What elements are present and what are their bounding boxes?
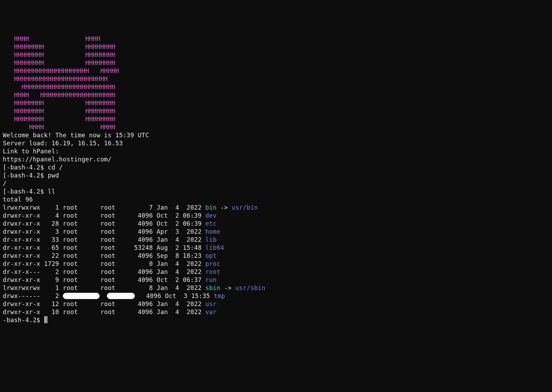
file-owner: root — [63, 228, 100, 235]
ascii-logo-line: HHHHHHHH HHHHHHHH — [3, 107, 549, 115]
file-size: 4096 — [134, 276, 157, 283]
ascii-logo-line: HHHH HHHH — [3, 35, 549, 43]
file-owner: root — [63, 252, 100, 259]
redacted-group — [107, 293, 135, 299]
ll-row: drwxr-xr-x 22 root root 4096 Sep 8 18:23… — [3, 252, 549, 260]
motd-link-url: https://hpanel.hostinger.com/ — [3, 155, 549, 164]
link-count: 65 — [44, 244, 63, 251]
file-permissions: drwxr-xr-x — [3, 212, 44, 219]
ascii-logo-text: HHHH HHHH — [3, 35, 100, 42]
ascii-logo-line: HHHH HHHH — [3, 123, 549, 131]
file-size: 4096 — [134, 212, 157, 219]
link-count: 12 — [44, 300, 63, 307]
file-permissions: drwxr-xr-x — [3, 308, 44, 315]
file-permissions: drwxr-xr-x — [3, 300, 44, 307]
cursor[interactable] — [44, 316, 48, 323]
file-size: 4096 — [134, 220, 157, 227]
symlink-arrow: -> — [220, 284, 235, 291]
ll-row: lrwxrwxrwx 1 root root 8 Jan 4 2022 sbin… — [3, 284, 549, 292]
file-permissions: drwxr-xr-x — [3, 276, 44, 283]
file-owner: root — [63, 260, 100, 267]
ascii-logo-text: HHHHHHHHHHHHHHHHHHHHHHHHH — [3, 84, 115, 90]
file-name: home — [205, 228, 220, 235]
file-date: Jan 4 2022 — [157, 204, 205, 211]
ascii-logo-line: HHHHHHHH HHHHHHHH — [3, 43, 549, 51]
file-date: Apr 3 2022 — [157, 228, 205, 235]
ll-row: dr-xr-xr-x 65 root root 53248 Aug 2 15:4… — [3, 244, 549, 252]
motd-welcome-text: Welcome back! The time now is 15:39 UTC — [3, 132, 149, 139]
file-owner: root — [63, 220, 100, 227]
ascii-logo-text: HHHHHHHH HHHHHHHH — [3, 116, 115, 123]
link-count: 10 — [44, 308, 63, 315]
symlink-arrow: -> — [217, 204, 232, 211]
file-permissions: dr-xr-xr-x — [3, 244, 44, 251]
file-name: bin — [205, 204, 217, 211]
motd-welcome: Welcome back! The time now is 15:39 UTC — [3, 131, 549, 139]
ascii-logo-line: HHHHHHHH HHHHHHHH — [3, 99, 549, 107]
ll-row: drwxr-xr-x 4 root root 4096 Oct 2 06:39 … — [3, 212, 549, 220]
file-permissions: drwx------ — [3, 292, 44, 299]
ascii-logo-text: HHHH HHHH — [3, 124, 115, 131]
file-date: Oct 3 15:35 — [165, 292, 214, 299]
file-size: 4096 — [134, 228, 157, 235]
file-name: opt — [205, 252, 217, 259]
file-name: lib — [205, 236, 217, 243]
file-owner: root — [63, 268, 100, 275]
file-group: root — [100, 244, 134, 251]
ascii-logo-text: HHHHHHHH HHHHHHHH — [3, 108, 115, 115]
file-permissions: lrwxrwxrwx — [3, 204, 44, 211]
file-owner: root — [63, 212, 100, 219]
file-size: 53248 — [134, 244, 157, 251]
file-group: root — [100, 268, 134, 275]
file-group: root — [100, 204, 134, 211]
file-size: 4096 — [143, 292, 165, 299]
file-size: 7 — [134, 204, 157, 211]
file-name: usr — [205, 300, 217, 307]
motd-load-text: Server load: 16.19, 16.15, 16.53 — [3, 140, 123, 147]
file-size: 4096 — [134, 308, 157, 315]
file-group: root — [100, 300, 134, 307]
ascii-logo-line: HHHHHHHH HHHHHHHH — [3, 115, 549, 123]
symlink-target: usr/sbin — [235, 284, 266, 291]
redacted-owner — [63, 293, 100, 299]
link-count: 1 — [44, 204, 63, 211]
link-count: 28 — [44, 220, 63, 227]
link-count: 2 — [44, 292, 63, 299]
file-owner: root — [63, 284, 100, 291]
ascii-logo-line: HHHHHHHHHHHHHHHHHHHH HHHHH — [3, 67, 549, 75]
ll-row: lrwxrwxrwx 1 root root 7 Jan 4 2022 bin … — [3, 204, 549, 212]
file-permissions: drwxr-xr-x — [3, 252, 44, 259]
file-date: Jan 4 2022 — [157, 308, 205, 315]
shell-prompt: [-bash-4.2$ — [3, 172, 48, 179]
file-name: sbin — [205, 284, 220, 291]
symlink-target: usr/bin — [232, 204, 258, 211]
link-count: 22 — [44, 252, 63, 259]
link-count: 3 — [44, 228, 63, 235]
command-ll: ll — [48, 188, 55, 195]
pwd-output-text: / — [3, 180, 7, 187]
motd-link-label-text: Link to hPanel: — [3, 148, 59, 155]
file-size: 0 — [134, 260, 157, 267]
file-name: dev — [205, 212, 217, 219]
ll-row: drwxr-xr-x 12 root root 4096 Jan 4 2022 … — [3, 300, 549, 308]
file-name: proc — [205, 260, 220, 267]
file-date: Oct 2 06:39 — [157, 220, 205, 227]
file-group: root — [100, 220, 134, 227]
ascii-logo-text: HHHHHHHH HHHHHHHH — [3, 51, 115, 58]
file-owner: root — [63, 204, 100, 211]
file-name: tmp — [214, 292, 225, 299]
ll-row: drwxr-xr-x 9 root root 4096 Oct 2 06:37 … — [3, 276, 549, 284]
ascii-logo-text: HHHHHHHHHHHHHHHHHHHH HHHHH — [3, 67, 119, 74]
file-group: root — [100, 308, 134, 315]
ascii-logo-line: HHHHHHHH HHHHHHHH — [3, 51, 549, 59]
link-count: 4 — [44, 212, 63, 219]
file-permissions: drwxr-xr-x — [3, 220, 44, 227]
file-owner: root — [63, 236, 100, 243]
ll-total: total 96 — [3, 196, 549, 204]
file-name: etc — [205, 220, 217, 227]
link-count: 33 — [44, 236, 63, 243]
link-count: 1729 — [44, 260, 63, 267]
file-permissions: dr-xr-x--- — [3, 268, 44, 275]
ll-row: drwx------ 2 4096 Oct 3 15:35 tmp — [3, 292, 549, 300]
terminal-output[interactable]: HHHH HHHH HHHHHHHH HHHHHHHH HHHHHHHH HHH… — [3, 35, 549, 324]
